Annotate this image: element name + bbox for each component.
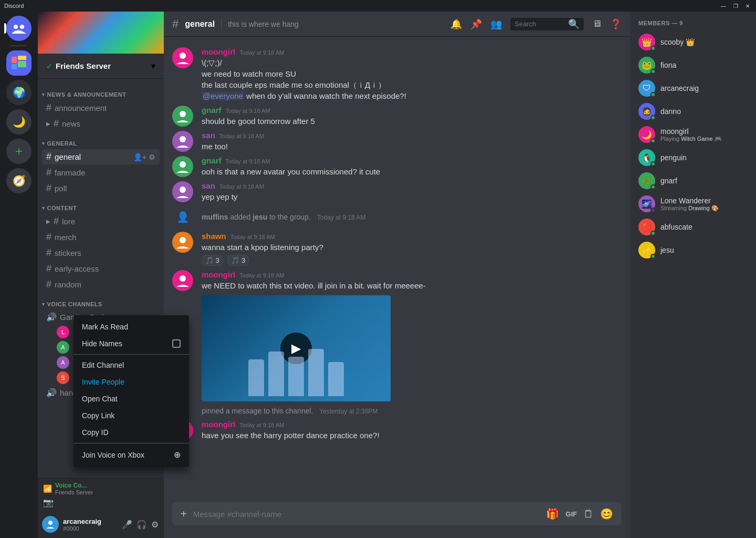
mark-as-read-label: Mark As Read	[82, 323, 128, 331]
context-menu-copy-id[interactable]: Copy ID	[74, 424, 189, 441]
context-menu-copy-link[interactable]: Copy Link	[74, 407, 189, 424]
copy-link-label: Copy Link	[82, 411, 114, 420]
context-menu-invite-people[interactable]: Invite People	[74, 374, 189, 390]
join-xbox-label: Join Voice on Xbox	[82, 451, 144, 459]
xbox-icon: ⊕	[174, 450, 181, 460]
context-menu-mark-read[interactable]: Mark As Read	[74, 318, 189, 335]
hide-names-checkbox[interactable]	[172, 339, 181, 348]
context-menu-divider	[74, 354, 189, 355]
copy-id-label: Copy ID	[82, 428, 109, 437]
edit-channel-label: Edit Channel	[82, 361, 124, 369]
context-menu-open-chat[interactable]: Open Chat	[74, 390, 189, 407]
open-chat-label: Open Chat	[82, 395, 118, 403]
context-menu-overlay[interactable]: Mark As Read Hide Names Edit Channel Inv…	[0, 0, 756, 538]
context-menu-edit-channel[interactable]: Edit Channel	[74, 357, 189, 374]
invite-people-label: Invite People	[82, 378, 124, 386]
context-menu-divider-2	[74, 443, 189, 443]
context-menu-join-xbox[interactable]: Join Voice on Xbox ⊕	[74, 446, 189, 464]
context-menu-hide-names[interactable]: Hide Names	[74, 335, 189, 352]
context-menu: Mark As Read Hide Names Edit Channel Inv…	[74, 315, 189, 467]
hide-names-label: Hide Names	[82, 339, 122, 348]
